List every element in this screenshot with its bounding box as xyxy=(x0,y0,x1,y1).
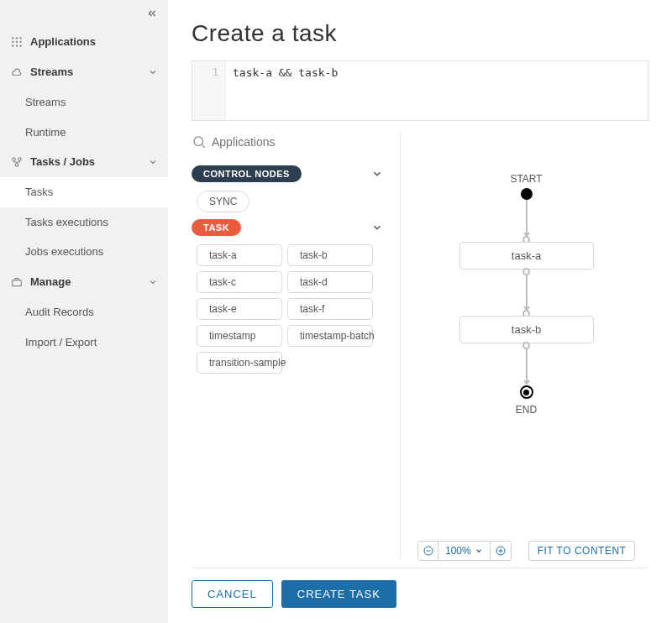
flow-connector xyxy=(526,348,528,381)
sidebar-item-runtime[interactable]: Runtime xyxy=(0,118,168,148)
main-content: Create a task 1 task-a && task-b CONTROL… xyxy=(168,0,672,623)
sidebar-label: Audit Records xyxy=(25,306,158,319)
palette-item-task-c[interactable]: task-c xyxy=(197,271,282,293)
plus-circle-icon xyxy=(496,546,506,556)
sidebar-item-tasks-executions[interactable]: Tasks executions xyxy=(0,207,168,238)
collapse-sidebar-button[interactable] xyxy=(0,0,168,27)
palette-item-timestamp-batch[interactable]: timestamp-batch xyxy=(287,325,373,347)
flow-start-label: START xyxy=(510,173,542,185)
footer-actions: CANCEL CREATE TASK xyxy=(192,568,648,608)
line-number: 1 xyxy=(213,66,218,78)
zoom-value-dropdown[interactable]: 100% xyxy=(438,542,491,560)
sidebar-label: Jobs executions xyxy=(25,245,158,259)
flow-connector xyxy=(526,200,528,233)
svg-point-11 xyxy=(15,164,18,167)
flow-node-task-a[interactable]: task-a xyxy=(459,242,594,270)
palette-item-sync[interactable]: SYNC xyxy=(197,191,249,212)
chevron-down-icon xyxy=(148,67,158,77)
search-icon xyxy=(192,134,207,149)
svg-point-1 xyxy=(16,37,18,39)
flow-end-label: END xyxy=(516,404,537,416)
sidebar-item-audit-records[interactable]: Audit Records xyxy=(0,297,168,327)
grid-icon xyxy=(10,35,24,49)
category-task-header[interactable]: TASK xyxy=(192,219,385,236)
palette-item-task-b[interactable]: task-b xyxy=(287,244,373,266)
chevron-double-left-icon xyxy=(146,8,158,19)
svg-point-7 xyxy=(16,45,18,47)
sidebar-label: Runtime xyxy=(25,126,158,139)
flow-connector xyxy=(526,274,528,307)
svg-point-5 xyxy=(20,41,22,43)
sidebar-label: Streams xyxy=(30,65,148,79)
sidebar-label: Import / Export xyxy=(25,336,158,349)
create-task-button[interactable]: CREATE TASK xyxy=(281,580,396,608)
svg-line-14 xyxy=(202,144,204,147)
category-label: TASK xyxy=(192,219,241,236)
chevron-down-icon xyxy=(148,277,158,287)
flow-node-task-b[interactable]: task-b xyxy=(459,316,594,343)
palette-item-timestamp[interactable]: timestamp xyxy=(197,325,282,347)
palette-item-task-e[interactable]: task-e xyxy=(197,298,282,320)
svg-rect-12 xyxy=(13,280,22,286)
svg-point-0 xyxy=(12,37,13,39)
sidebar-item-tasks-jobs[interactable]: Tasks / Jobs xyxy=(0,147,168,177)
svg-point-8 xyxy=(20,45,22,47)
end-node[interactable] xyxy=(520,385,533,399)
zoom-in-button[interactable] xyxy=(491,542,511,560)
toolbox-icon xyxy=(10,275,24,289)
svg-point-9 xyxy=(13,158,16,161)
start-node[interactable] xyxy=(521,188,533,200)
search-input[interactable] xyxy=(212,135,385,149)
cloud-icon xyxy=(10,65,24,79)
fit-to-content-button[interactable]: FIT TO CONTENT xyxy=(528,541,636,561)
editor-content[interactable]: task-a && task-b xyxy=(226,61,648,120)
minus-circle-icon xyxy=(423,546,433,556)
palette-item-task-f[interactable]: task-f xyxy=(287,298,373,320)
canvas-wrap: START task-a task-b xyxy=(400,131,648,561)
sidebar-item-streams[interactable]: Streams xyxy=(0,57,168,87)
palette-item-task-a[interactable]: task-a xyxy=(197,244,282,266)
canvas-toolbar: 100% FIT TO CONTENT xyxy=(404,534,648,561)
svg-point-10 xyxy=(18,158,22,161)
fit-label: FIT TO CONTENT xyxy=(538,545,627,557)
chevron-down-icon xyxy=(371,168,383,180)
sidebar: Applications Streams Streams Runtime xyxy=(0,0,168,623)
zoom-control: 100% xyxy=(417,541,512,561)
chevron-down-icon xyxy=(371,222,383,233)
tasks-icon xyxy=(10,155,24,169)
category-control-nodes-header[interactable]: CONTROL NODES xyxy=(192,165,385,182)
sidebar-item-import-export[interactable]: Import / Export xyxy=(0,327,168,358)
sidebar-item-streams-sub[interactable]: Streams xyxy=(0,87,168,118)
zoom-out-button[interactable] xyxy=(418,542,438,560)
sidebar-item-tasks[interactable]: Tasks xyxy=(0,177,168,207)
chevron-down-icon xyxy=(475,547,483,555)
editor-gutter: 1 xyxy=(192,61,226,120)
chevron-down-icon xyxy=(148,157,158,167)
page-title: Create a task xyxy=(192,20,648,47)
palette-item-transition-sample[interactable]: transition-sample xyxy=(197,352,282,374)
category-label: CONTROL NODES xyxy=(192,165,302,182)
palette-item-task-d[interactable]: task-d xyxy=(287,271,373,293)
svg-point-2 xyxy=(20,37,22,39)
sidebar-label: Streams xyxy=(25,96,158,109)
canvas[interactable]: START task-a task-b xyxy=(404,131,648,534)
sidebar-label: Tasks xyxy=(25,186,158,199)
svg-point-13 xyxy=(194,137,203,146)
svg-point-6 xyxy=(12,45,13,47)
sidebar-label: Tasks / Jobs xyxy=(30,155,148,169)
sidebar-label: Applications xyxy=(30,35,158,49)
zoom-value: 100% xyxy=(445,545,471,557)
sidebar-item-jobs-executions[interactable]: Jobs executions xyxy=(0,237,168,267)
svg-point-4 xyxy=(16,41,18,43)
sidebar-label: Tasks executions xyxy=(25,216,158,229)
sidebar-label: Manage xyxy=(30,275,148,289)
sidebar-item-applications[interactable]: Applications xyxy=(0,27,168,57)
svg-point-3 xyxy=(12,41,13,43)
sidebar-item-manage[interactable]: Manage xyxy=(0,267,168,297)
cancel-button[interactable]: CANCEL xyxy=(192,580,273,608)
palette: CONTROL NODES SYNC TASK xyxy=(192,131,385,561)
code-editor[interactable]: 1 task-a && task-b xyxy=(192,60,648,121)
